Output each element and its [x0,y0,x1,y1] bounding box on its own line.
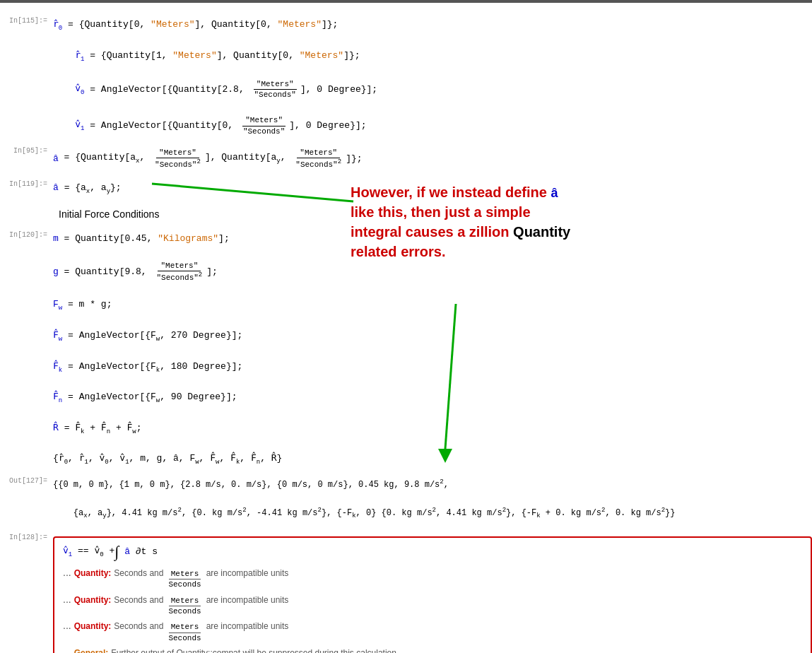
out127-content: {{0 m, 0 m}, {1 m, 0 m}, {2.8 m/s, 0. m/… [53,476,812,524]
out127-label: Out[127]= [0,476,53,485]
error-line-2: ... Quantity: Seconds and Meters Seconds… [63,592,802,617]
error-text-1a: Seconds and [114,567,163,580]
error-dot-1: ... [63,565,71,580]
in95-label: In[95]:= [0,146,53,155]
error-frac-2: Meters Seconds [166,596,203,617]
cell-in115: In[115]:= r̂0 = {Quantity[0, "Meters"], … [0,14,812,140]
in115-content: r̂0 = {Quantity[0, "Meters"], Quantity[0… [53,16,812,139]
error-dot-2: ... [63,592,71,607]
anno-red-line3: integral causes a zillion [351,224,513,240]
top-border [0,0,812,3]
in95-content: â = {Quantity[ax, "Meters" "Seconds"2 ]… [53,146,812,172]
error-text-2a: Seconds and [114,594,163,606]
in119-label: In[119]:= [0,179,53,188]
fw-vec-def: F̂w = AngleVector[{Fw, 270 Degree}]; [53,329,812,344]
error-text-3b: are incompatible units [206,620,289,633]
a-vec-def: â = {Quantity[ax, "Meters" "Seconds"2 ]… [53,148,812,170]
error-frac-1: Meters Seconds [166,569,203,590]
fk-vec-def: F̂k = AngleVector[{Fk, 180 Degree}]; [53,360,812,375]
error-label-quantity-3: Quantity: [74,620,112,633]
v0-def: v̂0 = AngleVector[{Quantity[2.8, "Meters… [53,79,812,100]
v1-def: v̂1 = AngleVector[{Quantity[0, "Meters" … [53,115,812,136]
error-dot-general: ... [63,645,71,653]
page-container: In[115]:= r̂0 = {Quantity[0, "Meters"], … [0,0,812,653]
cell-in95: In[95]:= â = {Quantity[ax, "Meters" "Se… [0,144,812,173]
initial-force-title: Initial Force Conditions [59,208,159,220]
error-label-general: General: [74,647,109,653]
out127-line1: {{0 m, 0 m}, {1 m, 0 m}, {2.8 m/s, 0. m/… [53,478,812,491]
collect-line: {r̂0, r̂1, v̂0, v̂1, m, g, â, Fw, F̂w, … [53,452,812,467]
error-frac-num-2: Meters [169,596,201,606]
anno-red-line4: related errors. [351,244,446,259]
error-line-general: ... General: Further output of Quantity:… [63,645,802,653]
cell-out127: Out[127]= {{0 m, 0 m}, {1 m, 0 m}, {2.8 … [0,474,812,525]
error-label-quantity-2: Quantity: [74,594,112,606]
in120-label: In[120]:= [0,230,53,239]
fn-vec-def: F̂n = AngleVector[{Fw, 90 Degree}]; [53,390,812,406]
error-label-quantity-1: Quantity: [74,567,112,580]
error-box: v̂1 == v̂0 + ∫ â ∂t s ... Quantity: Sec… [53,536,812,653]
integral-equation: v̂1 == v̂0 + ∫ â ∂t s [63,544,802,560]
section-label-empty [0,206,53,207]
anno-red-text: However, if we instead define [351,184,551,200]
error-text-3a: Seconds and [114,620,163,633]
r0-def: r̂0 = {Quantity[0, "Meters"], Quantity[0… [53,18,812,33]
in128-label: In[128]:= [0,532,53,541]
in115-label: In[115]:= [0,16,53,25]
error-frac-den-2: Seconds [166,606,203,616]
anno-quantity-word: Quantity [513,224,570,240]
error-frac-num-1: Meters [169,569,201,580]
error-frac-den-3: Seconds [166,633,203,643]
error-text-2b: are incompatible units [206,594,289,606]
cell-in128-row: In[128]:= v̂1 == v̂0 + ∫ â ∂t s ... Qua… [0,531,812,653]
r1-def: r̂1 = {Quantity[1, "Meters"], Quantity[0… [53,49,812,64]
R-def: R̂ = F̂k + F̂n + F̂w; [53,421,812,437]
anno-a-symbol: â [551,186,558,200]
error-text-general: Further output of Quantity::compat will … [111,647,399,653]
error-line-3: ... Quantity: Seconds and Meters Seconds… [63,618,802,643]
error-line-1: ... Quantity: Seconds and Meters Seconds… [63,565,802,590]
anno-red-line2: like this, then just a simple [351,204,531,220]
error-frac-den-1: Seconds [166,580,203,589]
out127-line2: {ax, ay}, 4.41 kg m/s2, {0. kg m/s2, -4.… [53,506,812,522]
fw-def: Fw = m * g; [53,298,812,313]
annotation-box: However, if we instead define â like th… [339,175,792,269]
error-frac-3: Meters Seconds [166,622,203,643]
error-dot-3: ... [63,618,71,633]
error-frac-num-3: Meters [169,622,201,633]
error-text-1b: are incompatible units [206,567,289,580]
in128-content: v̂1 == v̂0 + ∫ â ∂t s ... Quantity: Sec… [53,532,812,653]
